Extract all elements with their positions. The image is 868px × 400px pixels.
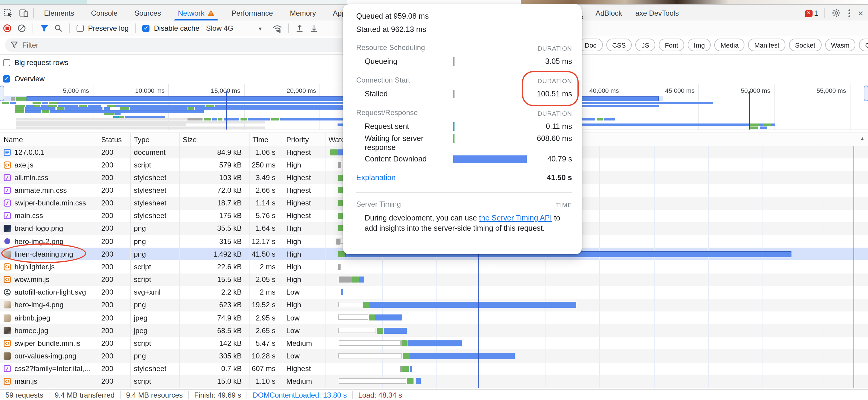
tab-sources[interactable]: Sources <box>126 5 169 21</box>
divider <box>824 8 825 18</box>
overview-bar <box>597 118 603 121</box>
device-toolbar-icon[interactable] <box>16 5 31 21</box>
tab-axe-devtools[interactable]: axe DevTools <box>635 9 679 17</box>
tab-adblock[interactable]: AdBlock <box>595 9 622 17</box>
chip-css[interactable]: CSS <box>606 39 632 51</box>
clear-network-log-icon[interactable] <box>14 21 29 36</box>
request-name: css2?family=Inter:ital,... <box>14 364 90 373</box>
checkbox-unchecked[interactable] <box>76 25 84 32</box>
overview-bar <box>116 104 205 107</box>
explanation-link[interactable]: Explanation <box>356 173 396 182</box>
tab-network[interactable]: Network <box>169 5 223 21</box>
disable-cache-checkbox[interactable]: ✓ Disable cache <box>143 24 199 33</box>
error-badge-icon[interactable]: ✕ <box>805 9 812 16</box>
table-row[interactable]: wow.min.js200script15.5 kB2.05 sHigh <box>0 273 868 286</box>
type-cell: png <box>130 247 179 260</box>
table-row[interactable]: homee.jpg200jpeg68.5 kB2.65 sLow <box>0 324 868 337</box>
big-request-rows-option[interactable]: Big request rows <box>0 54 365 70</box>
chip-socket[interactable]: Socket <box>789 39 821 51</box>
time-cell: 1.64 s <box>249 222 276 235</box>
type-cell: script <box>130 375 179 388</box>
request-name: autofill-action-light.svg <box>14 288 86 296</box>
network-conditions-icon[interactable] <box>270 21 284 36</box>
inspect-element-icon[interactable] <box>0 5 16 21</box>
record-stop-icon[interactable] <box>0 21 14 36</box>
checkbox-checked[interactable]: ✓ <box>3 75 10 82</box>
table-row[interactable]: autofill-action-light.svg200svg+xml2.2 k… <box>0 286 868 299</box>
chip-doc[interactable]: Doc <box>579 39 602 51</box>
dcl-event-line <box>226 91 227 130</box>
chip-js[interactable]: JS <box>635 39 655 51</box>
overview-bar <box>16 121 265 123</box>
export-har-icon[interactable] <box>307 21 321 36</box>
throttling-dropdown[interactable]: Slow 4G ▾ <box>206 24 262 33</box>
table-row[interactable]: css2?family=Inter:ital,...200stylesheet0… <box>0 362 868 375</box>
import-har-icon[interactable] <box>292 21 307 36</box>
overview-left-handle[interactable] <box>0 86 4 101</box>
css-file-icon <box>4 199 11 207</box>
filter-funnel-icon[interactable] <box>37 21 51 36</box>
chip-font[interactable]: Font <box>659 39 684 51</box>
column-divider <box>249 133 250 146</box>
chip-other[interactable]: Other <box>859 39 868 51</box>
more-options-icon[interactable] <box>848 9 850 17</box>
overview-bar <box>2 101 9 104</box>
name-cell: airbnb.jpeg <box>0 311 98 324</box>
table-row[interactable]: airbnb.jpeg200jpeg74.9 kB2.95 sLow <box>0 311 868 324</box>
overview-bar <box>33 101 41 104</box>
tab-strip: ElementsConsoleSourcesNetworkPerformance… <box>36 5 377 21</box>
column-header-size[interactable]: Size <box>179 133 249 146</box>
waterfall-bar <box>330 149 338 155</box>
chip-img[interactable]: Img <box>688 39 711 51</box>
column-header-status[interactable]: Status <box>98 133 130 146</box>
checkbox-checked[interactable]: ✓ <box>143 25 150 32</box>
column-header-time[interactable]: Time <box>249 133 283 146</box>
status-cell: 200 <box>98 311 130 324</box>
request-name: 127.0.0.1 <box>14 148 44 156</box>
column-header-name[interactable]: Name <box>0 133 98 146</box>
time-cell: 2.05 s <box>249 273 276 286</box>
request-name: homee.jpg <box>14 326 48 335</box>
overview-bar <box>763 124 771 126</box>
type-cell: svg+xml <box>130 286 179 299</box>
close-icon[interactable]: × <box>858 8 863 18</box>
chip-wasm[interactable]: Wasm <box>825 39 856 51</box>
table-row[interactable]: our-values-img.png200png305 kB10.28 sLow <box>0 350 868 362</box>
type-cell: document <box>130 146 179 159</box>
tab-elements[interactable]: Elements <box>36 5 83 21</box>
name-cell: animate.min.css <box>0 184 98 197</box>
table-row[interactable]: swiper-bundle.min.js200script142 kB5.47 … <box>0 337 868 350</box>
checkbox-unchecked[interactable] <box>3 59 10 66</box>
column-header-type[interactable]: Type <box>130 133 179 146</box>
tab-performance[interactable]: Performance <box>223 5 281 21</box>
scroll-up-arrow[interactable]: ▲ <box>860 136 865 141</box>
column-divider <box>325 133 326 146</box>
overview-bar <box>16 124 186 126</box>
tab-console[interactable]: Console <box>83 5 126 21</box>
ruler-label: 50,000 ms <box>722 87 770 94</box>
search-icon[interactable] <box>51 21 66 36</box>
table-row[interactable]: hero-img-4.png200png623 kB19.52 sHigh <box>0 299 868 311</box>
overview-bar <box>48 104 57 107</box>
table-row[interactable]: highlighter.js200script22.6 kB2 msHigh <box>0 261 868 273</box>
overview-right-handle[interactable] <box>864 86 868 101</box>
priority-cell: High <box>283 273 325 286</box>
name-cell: all.min.css <box>0 171 98 184</box>
column-header-priority[interactable]: Priority <box>283 133 325 146</box>
table-row[interactable]: main.js200script15.0 kB1.10 sMedium <box>0 375 868 388</box>
chip-media[interactable]: Media <box>715 39 745 51</box>
time-cell: 5.76 s <box>249 210 276 222</box>
waterfall-bar <box>339 276 351 282</box>
status-bar: 59 requests9.4 MB transferred9.4 MB reso… <box>0 389 868 400</box>
tab-memory[interactable]: Memory <box>281 5 324 21</box>
ruler-label: 15,000 ms <box>192 87 241 94</box>
tab-label: Elements <box>44 9 74 17</box>
status-item: 9.4 MB transferred <box>49 391 121 399</box>
chip-manifest[interactable]: Manifest <box>748 39 785 51</box>
status-cell: 200 <box>98 235 130 247</box>
overview-bar <box>49 101 57 104</box>
settings-gear-icon[interactable] <box>832 8 841 18</box>
server-timing-api-link[interactable]: the Server Timing API <box>479 214 552 222</box>
preserve-log-checkbox[interactable]: Preserve log <box>76 24 129 33</box>
size-cell: 68.5 kB <box>179 324 242 337</box>
